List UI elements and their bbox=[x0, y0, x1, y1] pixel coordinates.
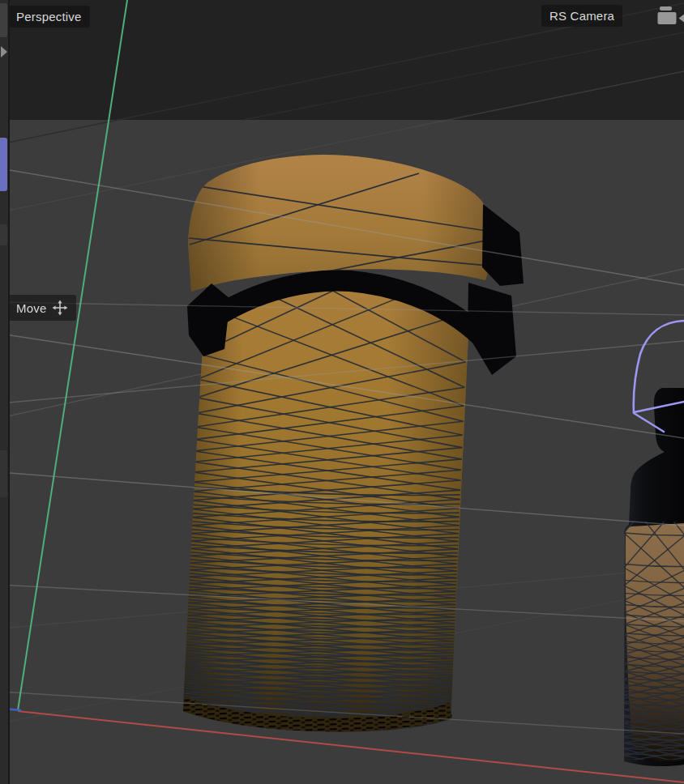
toolbar-active-tool-highlight[interactable] bbox=[0, 138, 7, 191]
toolbar-expand-arrow-icon[interactable] bbox=[1, 46, 7, 58]
move-cross-icon bbox=[52, 300, 68, 316]
camera-menu-label[interactable]: RS Camera bbox=[541, 5, 622, 27]
left-toolbar-strip bbox=[0, 0, 8, 784]
viewport-canvas[interactable] bbox=[0, 0, 684, 784]
toolbar-button-partial[interactable] bbox=[0, 450, 7, 497]
viewport-3d[interactable]: Perspective RS Camera Move bbox=[0, 0, 684, 784]
projection-menu-label[interactable]: Perspective bbox=[8, 6, 90, 28]
toolbar-button-partial[interactable] bbox=[0, 224, 7, 245]
move-tool-indicator[interactable]: Move bbox=[8, 295, 76, 321]
move-label-text: Move bbox=[16, 302, 46, 314]
camera-label-text: RS Camera bbox=[549, 10, 614, 22]
toolbar-button-partial[interactable] bbox=[0, 3, 7, 37]
movie-camera-icon bbox=[657, 5, 684, 28]
camera-icon-button[interactable] bbox=[657, 5, 684, 28]
projection-label-text: Perspective bbox=[16, 11, 82, 23]
